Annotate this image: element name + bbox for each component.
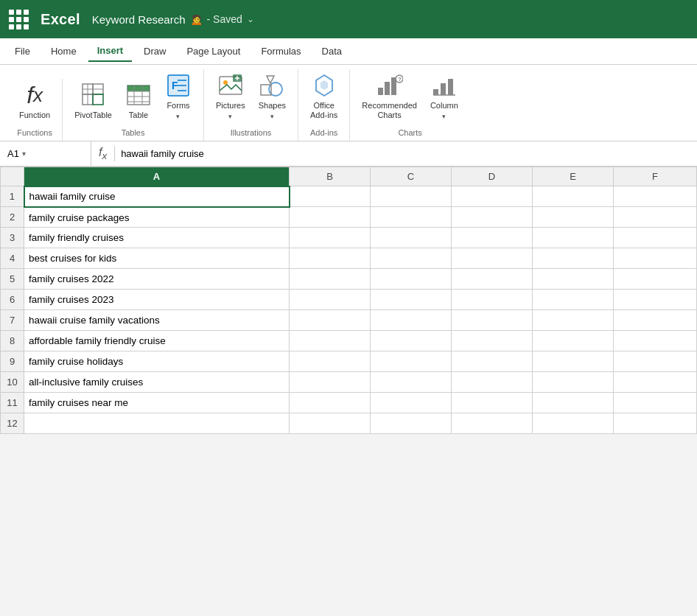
cell-F1[interactable]	[614, 186, 697, 207]
cell-B7[interactable]	[290, 310, 371, 331]
cell-D4[interactable]	[452, 248, 533, 269]
cell-F8[interactable]	[614, 331, 697, 351]
cell-E1[interactable]	[533, 186, 614, 207]
cell-B5[interactable]	[290, 269, 371, 290]
recommended-charts-button[interactable]: ? RecommendedCharts	[357, 69, 421, 123]
cell-C5[interactable]	[371, 269, 452, 290]
row-header-2[interactable]: 2	[1, 207, 24, 228]
cell-B1[interactable]	[290, 186, 371, 207]
shapes-button[interactable]: Shapes ▾	[254, 69, 290, 123]
menu-home[interactable]: Home	[42, 41, 85, 61]
menu-insert[interactable]: Insert	[88, 41, 132, 62]
cell-A5[interactable]: family cruises 2022	[24, 269, 290, 290]
cell-F4[interactable]	[614, 248, 697, 269]
cell-B3[interactable]	[290, 228, 371, 248]
cell-C4[interactable]	[371, 248, 452, 269]
cell-B9[interactable]	[290, 351, 371, 372]
cell-C10[interactable]	[371, 372, 452, 393]
column-chart-button[interactable]: Column ▾	[426, 69, 463, 123]
cell-B11[interactable]	[290, 393, 371, 413]
cell-A1[interactable]: hawaii family cruise	[24, 186, 290, 207]
cell-A12[interactable]	[24, 413, 290, 434]
office-addins-button[interactable]: OfficeAdd-ins	[306, 69, 342, 123]
cell-C2[interactable]	[371, 207, 452, 228]
cell-E11[interactable]	[533, 393, 614, 413]
cell-F5[interactable]	[614, 269, 697, 290]
cell-D10[interactable]	[452, 372, 533, 393]
cell-D12[interactable]	[452, 413, 533, 434]
row-header-10[interactable]: 10	[1, 372, 24, 393]
row-header-7[interactable]: 7	[1, 310, 24, 331]
cell-E7[interactable]	[533, 310, 614, 331]
row-header-6[interactable]: 6	[1, 290, 24, 310]
cell-B8[interactable]	[290, 331, 371, 351]
cell-E4[interactable]	[533, 248, 614, 269]
cell-D7[interactable]	[452, 310, 533, 331]
row-header-11[interactable]: 11	[1, 393, 24, 413]
cell-A8[interactable]: affordable family friendly cruise	[24, 331, 290, 351]
function-button[interactable]: fx Function	[15, 79, 55, 123]
cell-E10[interactable]	[533, 372, 614, 393]
row-header-12[interactable]: 12	[1, 413, 24, 434]
col-header-B[interactable]: B	[290, 167, 371, 186]
cell-C12[interactable]	[371, 413, 452, 434]
cell-A10[interactable]: all-inclusive family cruises	[24, 372, 290, 393]
cell-ref-box[interactable]: A1 ▾	[3, 141, 91, 166]
pivottable-button[interactable]: PivotTable	[70, 79, 116, 123]
cell-B4[interactable]	[290, 248, 371, 269]
row-header-8[interactable]: 8	[1, 331, 24, 351]
forms-button[interactable]: F Forms ▾	[161, 69, 196, 123]
row-header-1[interactable]: 1	[1, 186, 24, 207]
cell-E3[interactable]	[533, 228, 614, 248]
cell-C6[interactable]	[371, 290, 452, 310]
cell-F10[interactable]	[614, 372, 697, 393]
cell-D6[interactable]	[452, 290, 533, 310]
cell-E5[interactable]	[533, 269, 614, 290]
cell-B12[interactable]	[290, 413, 371, 434]
cell-D5[interactable]	[452, 269, 533, 290]
cell-A4[interactable]: best cruises for kids	[24, 248, 290, 269]
row-header-4[interactable]: 4	[1, 248, 24, 269]
cell-C8[interactable]	[371, 331, 452, 351]
cell-F6[interactable]	[614, 290, 697, 310]
row-header-5[interactable]: 5	[1, 269, 24, 290]
cell-A7[interactable]: hawaii cruise family vacations	[24, 310, 290, 331]
row-header-3[interactable]: 3	[1, 228, 24, 248]
cell-E2[interactable]	[533, 207, 614, 228]
col-header-F[interactable]: F	[614, 167, 697, 186]
cell-C7[interactable]	[371, 310, 452, 331]
cell-E8[interactable]	[533, 331, 614, 351]
pictures-button[interactable]: Pictures ▾	[211, 69, 250, 123]
col-header-D[interactable]: D	[452, 167, 533, 186]
cell-B2[interactable]	[290, 207, 371, 228]
col-header-A[interactable]: A	[24, 167, 290, 186]
cell-C11[interactable]	[371, 393, 452, 413]
cell-E12[interactable]	[533, 413, 614, 434]
col-header-E[interactable]: E	[533, 167, 614, 186]
cell-F9[interactable]	[614, 351, 697, 372]
cell-B6[interactable]	[290, 290, 371, 310]
cell-C3[interactable]	[371, 228, 452, 248]
menu-data[interactable]: Data	[313, 41, 351, 61]
formula-input[interactable]	[115, 148, 694, 159]
cell-C9[interactable]	[371, 351, 452, 372]
cell-D11[interactable]	[452, 393, 533, 413]
menu-page-layout[interactable]: Page Layout	[178, 41, 249, 61]
cell-A2[interactable]: family cruise packages	[24, 207, 290, 228]
menu-formulas[interactable]: Formulas	[252, 41, 309, 61]
cell-F7[interactable]	[614, 310, 697, 331]
cell-D2[interactable]	[452, 207, 533, 228]
cell-E6[interactable]	[533, 290, 614, 310]
cell-E9[interactable]	[533, 351, 614, 372]
table-button[interactable]: Table	[121, 79, 156, 123]
app-grid-icon[interactable]	[9, 10, 29, 29]
menu-draw[interactable]: Draw	[135, 41, 175, 61]
cell-D1[interactable]	[452, 186, 533, 207]
cell-B10[interactable]	[290, 372, 371, 393]
cell-F11[interactable]	[614, 393, 697, 413]
cell-A6[interactable]: family cruises 2023	[24, 290, 290, 310]
dropdown-arrow-icon[interactable]: ⌄	[247, 14, 254, 24]
cell-F12[interactable]	[614, 413, 697, 434]
cell-C1[interactable]	[371, 186, 452, 207]
menu-file[interactable]: File	[6, 41, 39, 61]
